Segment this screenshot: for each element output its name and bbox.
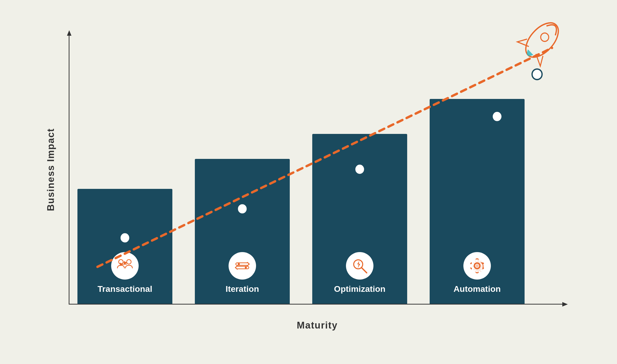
svg-point-1 bbox=[127, 260, 131, 264]
svg-point-10 bbox=[476, 264, 479, 267]
iteration-icon bbox=[234, 257, 251, 274]
bar-transactional: Transactional bbox=[77, 189, 172, 304]
transactional-icon bbox=[116, 257, 133, 274]
y-axis-label: Business Impact bbox=[45, 128, 56, 211]
optimization-icon bbox=[351, 257, 368, 274]
bar-iteration: Iteration bbox=[195, 159, 290, 304]
svg-point-4 bbox=[238, 263, 240, 265]
automation-icon bbox=[469, 257, 486, 274]
bar-optimization: Optimization bbox=[312, 134, 407, 304]
automation-label: Automation bbox=[454, 284, 501, 294]
optimization-label: Optimization bbox=[334, 284, 385, 294]
optimization-icon-circle bbox=[346, 252, 373, 280]
x-axis-label: Maturity bbox=[297, 320, 338, 331]
automation-icon-circle bbox=[463, 252, 491, 280]
svg-line-7 bbox=[361, 268, 367, 273]
chart-container: Business Impact Maturity bbox=[34, 20, 583, 345]
iteration-label: Iteration bbox=[226, 284, 259, 294]
svg-rect-3 bbox=[236, 266, 249, 269]
iteration-icon-circle bbox=[229, 252, 256, 280]
y-axis bbox=[69, 35, 69, 305]
bar-automation: Automation bbox=[430, 99, 525, 304]
svg-point-18 bbox=[539, 31, 550, 43]
svg-point-17 bbox=[520, 16, 564, 63]
transactional-label: Transactional bbox=[97, 284, 152, 294]
svg-rect-2 bbox=[236, 263, 249, 265]
x-axis bbox=[69, 304, 563, 305]
transactional-icon-circle bbox=[111, 252, 139, 280]
svg-point-0 bbox=[119, 260, 123, 264]
svg-point-5 bbox=[245, 267, 247, 269]
bars-area: Transactional bbox=[72, 35, 562, 304]
svg-point-16 bbox=[532, 69, 542, 79]
